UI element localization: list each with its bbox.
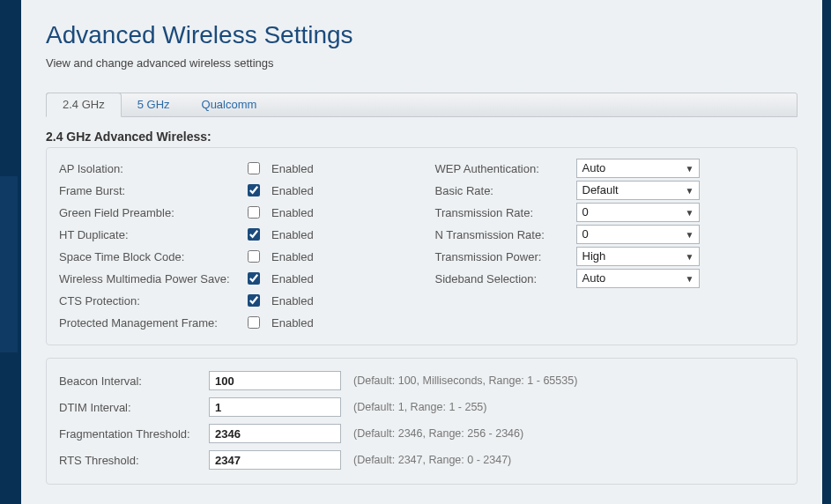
section-title: 2.4 GHz Advanced Wireless: [46, 130, 798, 144]
content-panel: Advanced Wireless Settings View and chan… [21, 0, 822, 504]
enabled-label: Enabled [271, 184, 314, 197]
tab-bar: 2.4 GHz5 GHzQualcomm [46, 93, 798, 117]
enabled-label: Enabled [271, 272, 314, 285]
page-subtitle: View and change advanced wireless settin… [46, 56, 798, 70]
checkbox-ap-isolation[interactable] [248, 162, 260, 174]
tab-2-4ghz[interactable]: 2.4 GHz [46, 93, 122, 117]
checkbox-frame-burst[interactable] [248, 184, 260, 196]
select-transmission-rate[interactable]: 0 [576, 203, 700, 222]
label-n-transmission-rate: N Transmission Rate: [435, 228, 576, 241]
label-beacon-interval: Beacon Interval: [59, 374, 209, 388]
enabled-label: Enabled [271, 250, 314, 263]
label-frag-threshold: Fragmentation Threshold: [59, 427, 209, 441]
checkbox-wmm-power-save[interactable] [248, 272, 260, 285]
input-beacon-interval[interactable] [209, 371, 341, 390]
checkbox-ht-duplicate[interactable] [248, 228, 260, 241]
numeric-section: Beacon Interval: (Default: 100, Millisec… [46, 358, 798, 485]
left-column: AP Isolation: Enabled Frame Burst: Enabl… [59, 157, 409, 334]
input-rts-threshold[interactable] [209, 450, 341, 470]
checkbox-green-field[interactable] [248, 206, 260, 219]
side-decor [0, 176, 18, 352]
enabled-label: Enabled [271, 228, 314, 241]
checkbox-cts-protection[interactable] [248, 294, 260, 307]
enabled-label: Enabled [271, 206, 314, 219]
hint-beacon-interval: (Default: 100, Milliseconds, Range: 1 - … [353, 374, 577, 387]
label-stbc: Space Time Block Code: [59, 250, 244, 263]
label-frame-burst: Frame Burst: [59, 184, 244, 197]
label-cts-protection: CTS Protection: [59, 294, 244, 308]
right-column: WEP Authentication: Auto ▼ Basic Rate: D… [435, 157, 785, 334]
label-basic-rate: Basic Rate: [435, 184, 576, 197]
label-transmission-power: Transmission Power: [435, 250, 576, 263]
label-sideband-selection: Sideband Selection: [435, 272, 576, 285]
label-wmm-power-save: Wireless Multimedia Power Save: [59, 272, 244, 285]
hint-dtim-interval: (Default: 1, Range: 1 - 255) [353, 401, 486, 413]
label-pmf: Protected Management Frame: [59, 316, 244, 330]
select-sideband-selection[interactable]: Auto [576, 269, 700, 288]
hint-frag-threshold: (Default: 2346, Range: 256 - 2346) [353, 427, 523, 440]
checkbox-dropdown-section: AP Isolation: Enabled Frame Burst: Enabl… [46, 147, 798, 345]
label-transmission-rate: Transmission Rate: [435, 206, 576, 219]
enabled-label: Enabled [271, 294, 314, 308]
enabled-label: Enabled [271, 316, 314, 330]
hint-rts-threshold: (Default: 2347, Range: 0 - 2347) [353, 454, 511, 466]
select-basic-rate[interactable]: Default [576, 181, 700, 200]
select-transmission-power[interactable]: High [576, 247, 700, 266]
label-dtim-interval: DTIM Interval: [59, 401, 209, 414]
label-wep-auth: WEP Authentication: [435, 162, 576, 175]
label-ap-isolation: AP Isolation: [59, 162, 244, 175]
input-dtim-interval[interactable] [209, 397, 341, 417]
tab-5ghz[interactable]: 5 GHz [122, 93, 186, 116]
select-n-transmission-rate[interactable]: 0 [576, 225, 700, 244]
input-frag-threshold[interactable] [209, 424, 341, 443]
label-rts-threshold: RTS Threshold: [59, 454, 209, 467]
enabled-label: Enabled [271, 162, 314, 175]
checkbox-pmf[interactable] [248, 316, 260, 329]
page-title: Advanced Wireless Settings [46, 21, 798, 49]
label-ht-duplicate: HT Duplicate: [59, 228, 244, 241]
tab-qualcomm[interactable]: Qualcomm [186, 93, 273, 116]
checkbox-stbc[interactable] [248, 250, 260, 263]
select-wep-auth[interactable]: Auto [576, 159, 700, 178]
label-green-field: Green Field Preamble: [59, 206, 244, 219]
